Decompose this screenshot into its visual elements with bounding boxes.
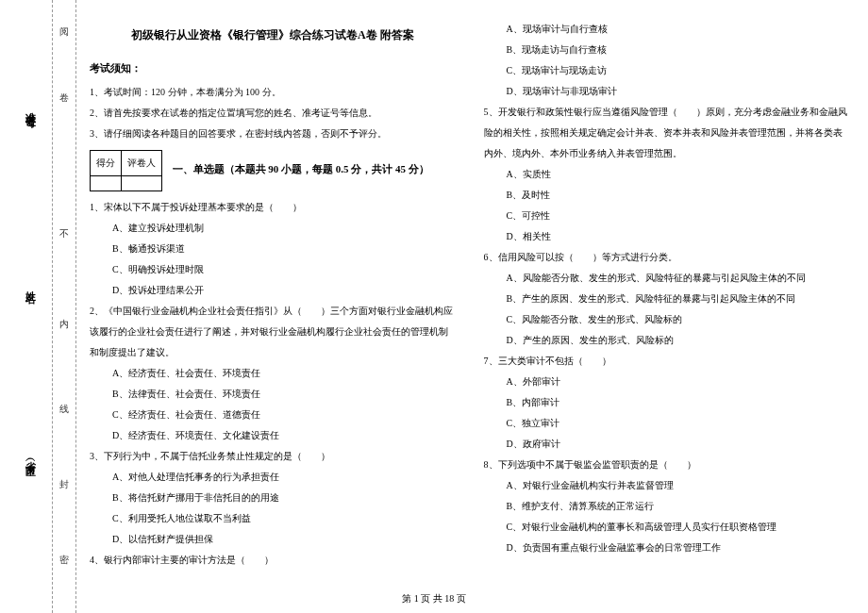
grader-cell (122, 175, 162, 191)
option: D、产生的原因、发生的形式、风险标的 (507, 330, 850, 351)
dash-label: 不 (57, 222, 70, 227)
left-column: 初级银行从业资格《银行管理》综合练习试卷A卷 附答案 考试须知： 1、考试时间：… (90, 19, 456, 585)
option: A、建立投诉处理机制 (112, 218, 456, 239)
option: B、及时性 (507, 185, 850, 206)
option: B、现场走访与自行查核 (507, 40, 850, 60)
option: A、对银行业金融机构实行并表监督管理 (507, 475, 850, 496)
option: B、产生的原因、发生的形式、风险特征的暴露与引起风险主体的不同 (507, 289, 850, 309)
binding-sidebar: 阅 卷 不 内 线 封 密 准考证号 姓名 省（市区） (0, 0, 80, 613)
right-column: A、现场审计与自行查核B、现场走访与自行查核C、现场审计与现场走访D、现场审计与… (484, 19, 850, 585)
score-label: 得分 (91, 150, 122, 175)
option: B、维护支付、清算系统的正常运行 (507, 496, 850, 517)
grader-label: 评卷人 (122, 150, 162, 175)
option: C、明确投诉处理时限 (112, 259, 456, 280)
option: B、内部审计 (507, 392, 850, 413)
dash-label: 阅 (57, 19, 70, 25)
option: C、经济责任、社会责任、道德责任 (112, 405, 456, 425)
option: A、实质性 (507, 164, 850, 185)
notice-line: 2、请首先按要求在试卷的指定位置填写您的姓名、准考证号等信息。 (90, 103, 456, 124)
score-cell (91, 175, 122, 191)
dash-line-1 (52, 0, 53, 613)
field-province: 省（市区） (24, 453, 38, 462)
question-stem: 1、宋体以下不属于投诉处理基本要求的是（ ） (90, 197, 456, 218)
option: A、外部审计 (507, 372, 850, 392)
option: D、政府审计 (507, 434, 850, 455)
option: D、相关性 (507, 226, 850, 247)
question-stem: 3、下列行为中，不属于信托业务禁止性规定的是（ ） (90, 446, 456, 467)
question-stem: 4、银行内部审计主要的审计方法是（ ） (90, 550, 456, 571)
option: A、风险能否分散、发生的形式、风险特征的暴露与引起风险主体的不同 (507, 268, 850, 289)
option: A、经济责任、社会责任、环境责任 (112, 363, 456, 384)
question-stem: 7、三大类审计不包括（ ） (484, 351, 850, 372)
page-footer: 第 1 页 共 18 页 (0, 592, 868, 605)
dash-label: 线 (57, 396, 70, 402)
option: C、可控性 (507, 206, 850, 226)
option: D、经济责任、环境责任、文化建设责任 (112, 425, 456, 446)
dash-label: 内 (57, 311, 70, 317)
option: C、现场审计与现场走访 (507, 60, 850, 81)
notice-line: 1、考试时间：120 分钟，本卷满分为 100 分。 (90, 82, 456, 103)
notice-heading: 考试须知： (90, 57, 456, 79)
exam-title: 初级银行从业资格《银行管理》综合练习试卷A卷 附答案 (90, 23, 456, 47)
option: C、利用受托人地位谋取不当利益 (112, 508, 456, 529)
option: B、法律责任、社会责任、环境责任 (112, 384, 456, 405)
option: A、对他人处理信托事务的行为承担责任 (112, 467, 456, 488)
option: A、现场审计与自行查核 (507, 19, 850, 40)
option: D、现场审计与非现场审计 (507, 81, 850, 102)
question-stem: 2、《中国银行业金融机构企业社会责任指引》从（ ）三个方面对银行业金融机构应该履… (90, 301, 456, 363)
score-table: 得分 评卷人 (90, 150, 162, 191)
option: C、对银行业金融机构的董事长和高级管理人员实行任职资格管理 (507, 517, 850, 538)
option: C、独立审计 (507, 413, 850, 434)
option: C、风险能否分散、发生的形式、风险标的 (507, 309, 850, 330)
section-title: 一、单选题（本题共 90 小题，每题 0.5 分，共计 45 分） (173, 163, 429, 174)
notice-line: 3、请仔细阅读各种题目的回答要求，在密封线内答题，否则不予评分。 (90, 124, 456, 144)
score-row: 得分 评卷人 一、单选题（本题共 90 小题，每题 0.5 分，共计 45 分） (90, 144, 456, 197)
question-stem: 8、下列选项中不属于银监会监管职责的是（ ） (484, 455, 850, 475)
dash-label: 密 (57, 547, 70, 553)
field-name: 姓名 (24, 283, 38, 287)
question-stem: 6、信用风险可以按（ ）等方式进行分类。 (484, 247, 850, 268)
option: D、以信托财产提供担保 (112, 529, 456, 550)
question-stem: 5、开发银行和政策性银行应当遵循风险管理（ ）原则，充分考虑金融业务和金融风险的… (484, 102, 850, 164)
dash-label: 卷 (57, 85, 70, 91)
option: B、畅通投诉渠道 (112, 239, 456, 259)
option: B、将信托财产挪用于非信托目的的用途 (112, 488, 456, 508)
dash-label: 封 (57, 472, 70, 477)
option: D、负责国有重点银行业金融监事会的日常管理工作 (507, 538, 850, 558)
field-exam-id: 准考证号 (24, 104, 38, 111)
page-content: 初级银行从业资格《银行管理》综合练习试卷A卷 附答案 考试须知： 1、考试时间：… (90, 19, 849, 585)
dash-line-2 (75, 0, 76, 613)
option: D、投诉处理结果公开 (112, 280, 456, 301)
